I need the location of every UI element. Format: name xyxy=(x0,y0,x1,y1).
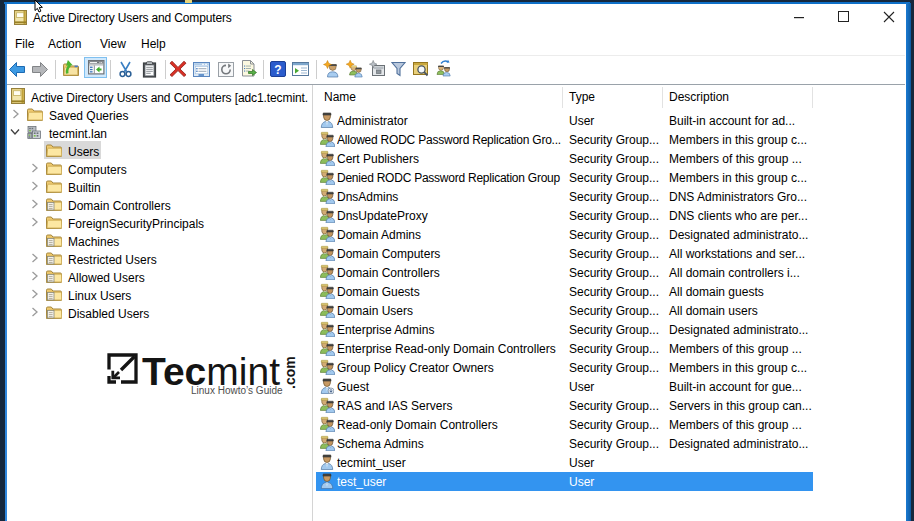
svg-text:?: ? xyxy=(274,63,281,77)
